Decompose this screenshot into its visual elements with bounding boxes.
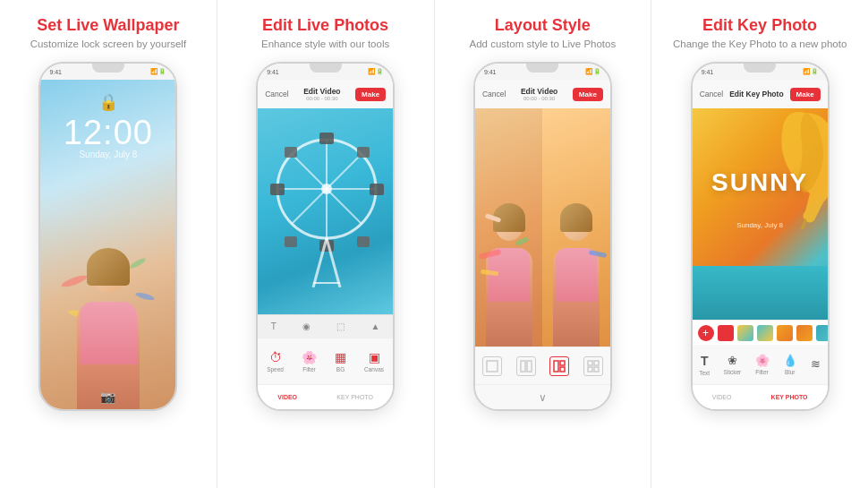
main-toolbar-2: ⏱ Speed 🌸 Filter ▦ BG ▣ Canvas (258, 338, 393, 384)
status-signal-2: 📶🔋 (368, 68, 384, 75)
phone-mockup-1: 9:41 📶🔋 🔒 12:00 Sunday, July 8 (38, 62, 177, 411)
make-button-3[interactable]: Make (573, 88, 603, 101)
svg-rect-13 (357, 236, 370, 247)
cancel-button-3[interactable]: Cancel (482, 90, 506, 98)
svg-rect-11 (357, 147, 370, 158)
color-swatch-1[interactable] (737, 325, 753, 341)
canvas-icon: ▣ (369, 350, 380, 364)
cancel-button-2[interactable]: Cancel (265, 90, 288, 98)
layout-icon-3-svg (553, 360, 566, 372)
filter-icon: 🌸 (302, 350, 317, 364)
bottom-tabs-2: VIDEO KEY PHOTO (258, 384, 393, 409)
more-tool-4[interactable]: ≋ (811, 357, 821, 372)
color-swatch-red[interactable] (718, 325, 734, 341)
notch-2 (310, 64, 342, 73)
add-color-button[interactable]: + (698, 325, 714, 341)
image-right (542, 108, 610, 347)
svg-rect-12 (285, 236, 297, 247)
status-signal-3: 📶🔋 (585, 68, 601, 75)
svg-rect-10 (285, 147, 297, 158)
frame-tool-icon[interactable]: ⬚ (336, 321, 345, 331)
bg-tool[interactable]: ▦ BG (335, 350, 346, 372)
header-time-2: 00:00 - 00:30 (306, 96, 337, 101)
layout-2[interactable] (516, 356, 536, 376)
svg-rect-19 (527, 361, 532, 372)
text-tool-icon[interactable]: T (271, 321, 277, 331)
person-shape (68, 248, 149, 409)
header-center-2: Edit Video 00:00 - 00:30 (303, 87, 340, 101)
status-bar-2: 9:41 📶🔋 (258, 64, 393, 80)
color-swatch-2[interactable] (757, 325, 773, 341)
layout-icon-1-svg (486, 360, 498, 372)
header-center-3: Edit Video 00:00 - 00:30 (521, 87, 557, 101)
chart-tool-icon[interactable]: ▲ (371, 321, 380, 331)
filter-tool-4[interactable]: 🌸 Filter (755, 354, 770, 375)
header-title-4: Edit Key Photo (729, 90, 783, 98)
filter-icon-4: 🌸 (755, 354, 770, 367)
key-photo-image: SUNNY Sunday, July 8 (693, 108, 828, 320)
more-icon-4: ≋ (811, 357, 821, 371)
svg-rect-17 (487, 361, 498, 372)
tab-video-2[interactable]: VIDEO (277, 394, 297, 400)
layout-4[interactable] (583, 356, 603, 376)
image-left (475, 108, 543, 347)
svg-rect-20 (554, 361, 558, 372)
blur-tool-4[interactable]: 💧 Blur (783, 354, 797, 375)
svg-rect-24 (594, 361, 599, 365)
make-button-4[interactable]: Make (790, 88, 821, 101)
secondary-toolbar: T ◉ ⬚ ▲ (258, 314, 393, 338)
svg-rect-22 (560, 367, 565, 372)
person-right (549, 203, 603, 347)
svg-point-5 (321, 184, 332, 194)
color-swatch-5[interactable] (816, 325, 830, 341)
canvas-tool[interactable]: ▣ Canvas (364, 350, 384, 372)
header-time-3: 00:00 - 00:30 (523, 96, 555, 101)
sunny-date: Sunday, July 8 (736, 220, 783, 228)
panel1-subtitle: Customize lock screen by yourself (30, 39, 186, 49)
bottom-tabs-4: VIDEO KEY PHOTO (693, 384, 828, 409)
text-tool-4[interactable]: T Text (699, 354, 710, 376)
phone-mockup-2: 9:41 📶🔋 Cancel Edit Video 00:00 - 00:30 … (256, 62, 395, 411)
header-title-2: Edit Video (303, 87, 340, 96)
edit-key-photo-header: Cancel Edit Key Photo Make (693, 80, 828, 108)
tab-video-4[interactable]: VIDEO (712, 394, 732, 400)
svg-rect-6 (319, 133, 334, 144)
panel4-subtitle: Change the Key Photo to a new photo (673, 39, 847, 49)
layout-1[interactable] (482, 356, 502, 376)
make-button-2[interactable]: Make (355, 88, 386, 101)
edit-video-header: Cancel Edit Video 00:00 - 00:30 Make (258, 80, 393, 108)
screen1: 🔒 12:00 Sunday, July 8 (40, 80, 175, 409)
panel3-subtitle: Add custom style to Live Photos (470, 39, 617, 49)
layout-icon-4-svg (587, 360, 600, 372)
panel-edit-live-photos: Edit Live Photos Enhance style with our … (217, 0, 434, 488)
status-time-1: 9:41 (49, 69, 62, 75)
color-swatch-3[interactable] (777, 325, 793, 341)
layout-bar (475, 347, 610, 384)
bg-label: BG (336, 366, 345, 372)
lock-date: Sunday, July 8 (79, 150, 137, 159)
tab-keyphoto-2[interactable]: KEY PHOTO (336, 394, 373, 400)
blur-icon-4: 💧 (783, 354, 797, 367)
cancel-button-4[interactable]: Cancel (700, 90, 723, 98)
speed-label: Speed (267, 366, 284, 372)
layout-3-active[interactable] (549, 356, 569, 376)
filter-tool[interactable]: 🌸 Filter (302, 350, 317, 372)
phone-mockup-3: 9:41 📶🔋 Cancel Edit Video 00:00 - 00:30 … (473, 62, 612, 411)
lock-time: 12:00 (64, 116, 153, 150)
sticker-tool-4[interactable]: ❀ Sticker (723, 354, 741, 375)
svg-rect-9 (370, 184, 384, 195)
tab-keyphoto-4[interactable]: KEY PHOTO (771, 394, 808, 400)
status-bar-1: 9:41 📶🔋 (40, 64, 175, 80)
notch-1 (92, 64, 124, 73)
color-swatch-4[interactable] (796, 325, 813, 341)
speed-icon: ⏱ (269, 350, 282, 364)
tool-bar-4: T Text ❀ Sticker 🌸 Filter 💧 Blur ≋ (693, 345, 828, 384)
sticker-label-4: Sticker (723, 369, 741, 375)
chevron-down-icon[interactable]: ∨ (539, 391, 547, 404)
sticker-tool-icon[interactable]: ◉ (302, 321, 311, 331)
speed-tool[interactable]: ⏱ Speed (267, 350, 284, 372)
svg-rect-26 (594, 367, 599, 372)
shirt-right (556, 248, 597, 302)
split-image-3 (475, 108, 610, 347)
wallpaper-bg: 🔒 12:00 Sunday, July 8 (40, 80, 175, 409)
